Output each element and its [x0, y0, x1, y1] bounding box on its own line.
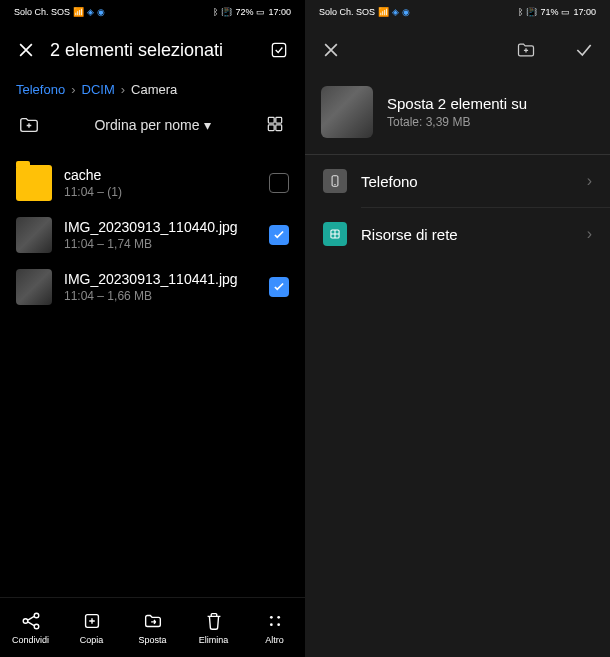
share-icon [20, 610, 42, 632]
bluetooth-icon: ᛒ [213, 7, 218, 17]
breadcrumb: Telefono › DCIM › Camera [0, 76, 305, 103]
breadcrumb-link[interactable]: Telefono [16, 82, 65, 97]
battery-icon: ▭ [256, 7, 265, 17]
signal-icon: 📶 [73, 7, 84, 17]
bottom-label: Sposta [138, 635, 166, 645]
folder-icon [16, 165, 52, 201]
file-list: cache 11:04 – (1) IMG_20230913_110440.jp… [0, 147, 305, 313]
select-all-button[interactable] [269, 40, 289, 60]
list-item[interactable]: IMG_20230913_110441.jpg 11:04 – 1,66 MB [0, 261, 305, 313]
bottom-action-bar: Condividi Copia Sposta Elimina Altro [0, 597, 305, 657]
checkbox[interactable] [269, 173, 289, 193]
breadcrumb-current: Camera [131, 82, 177, 97]
header-bar: 2 elementi selezionati [0, 24, 305, 76]
battery-pct: 71% [540, 7, 558, 17]
grid-view-button[interactable] [265, 114, 287, 136]
list-item[interactable]: cache 11:04 – (1) [0, 157, 305, 209]
notif-icon: ◉ [97, 7, 105, 17]
bottom-label: Copia [80, 635, 104, 645]
confirm-button[interactable] [574, 40, 594, 60]
wifi-icon: ◈ [87, 7, 94, 17]
status-bar: Solo Ch. SOS 📶 ◈ ◉ ᛒ 📳 71% ▭ 17:00 [305, 0, 610, 24]
toolbar: Ordina per nome ▾ [0, 103, 305, 147]
chevron-right-icon: › [587, 225, 592, 243]
wifi-icon: ◈ [392, 7, 399, 17]
bottom-label: Elimina [199, 635, 229, 645]
copy-button[interactable]: Copia [61, 598, 122, 657]
network-icon [323, 222, 347, 246]
svg-point-6 [34, 613, 39, 618]
close-button[interactable] [321, 40, 341, 60]
time-text: 17:00 [268, 7, 291, 17]
move-button[interactable]: Sposta [122, 598, 183, 657]
share-button[interactable]: Condividi [0, 598, 61, 657]
bottom-label: Altro [265, 635, 284, 645]
bottom-label: Condividi [12, 635, 49, 645]
move-subtitle: Totale: 3,39 MB [387, 115, 527, 129]
battery-pct: 72% [235, 7, 253, 17]
file-name: IMG_20230913_110440.jpg [64, 219, 257, 235]
carrier-text: Solo Ch. SOS [14, 7, 70, 17]
new-folder-button[interactable] [18, 114, 40, 136]
chevron-right-icon: › [121, 82, 125, 97]
close-button[interactable] [16, 40, 36, 60]
delete-button[interactable]: Elimina [183, 598, 244, 657]
breadcrumb-link[interactable]: DCIM [82, 82, 115, 97]
svg-rect-3 [268, 125, 274, 131]
vibrate-icon: 📳 [526, 7, 537, 17]
file-meta: 11:04 – 1,74 MB [64, 237, 257, 251]
bluetooth-icon: ᛒ [518, 7, 523, 17]
destination-label: Risorse di rete [361, 226, 573, 243]
svg-point-10 [277, 616, 280, 619]
battery-icon: ▭ [561, 7, 570, 17]
file-name: cache [64, 167, 257, 183]
file-name: IMG_20230913_110441.jpg [64, 271, 257, 287]
image-thumbnail [16, 217, 52, 253]
svg-rect-0 [272, 43, 285, 56]
preview-thumbnail [321, 86, 373, 138]
phone-icon [323, 169, 347, 193]
more-icon [264, 610, 286, 632]
copy-icon [81, 610, 103, 632]
svg-rect-2 [276, 117, 282, 123]
destination-item-network[interactable]: Risorse di rete › [305, 208, 610, 260]
page-title: 2 elementi selezionati [50, 40, 223, 61]
chevron-down-icon: ▾ [204, 117, 211, 133]
svg-rect-1 [268, 117, 274, 123]
destination-label: Telefono [361, 173, 573, 190]
vibrate-icon: 📳 [221, 7, 232, 17]
status-bar: Solo Ch. SOS 📶 ◈ ◉ ᛒ 📳 72% ▭ 17:00 [0, 0, 305, 24]
list-item[interactable]: IMG_20230913_110440.jpg 11:04 – 1,74 MB [0, 209, 305, 261]
svg-rect-4 [276, 125, 282, 131]
checkbox-checked[interactable] [269, 225, 289, 245]
sort-button[interactable]: Ordina per nome ▾ [48, 117, 257, 133]
file-manager-selection-view: Solo Ch. SOS 📶 ◈ ◉ ᛒ 📳 72% ▭ 17:00 2 ele… [0, 0, 305, 657]
more-button[interactable]: Altro [244, 598, 305, 657]
move-destination-panel: Solo Ch. SOS 📶 ◈ ◉ ᛒ 📳 71% ▭ 17:00 Spost [305, 0, 610, 657]
svg-point-5 [23, 619, 28, 624]
svg-point-11 [269, 623, 272, 626]
file-meta: 11:04 – 1,66 MB [64, 289, 257, 303]
chevron-right-icon: › [587, 172, 592, 190]
destination-item-phone[interactable]: Telefono › [305, 155, 610, 207]
svg-point-7 [34, 624, 39, 629]
image-thumbnail [16, 269, 52, 305]
move-title: Sposta 2 elementi su [387, 95, 527, 112]
svg-point-9 [269, 616, 272, 619]
svg-point-12 [277, 623, 280, 626]
file-meta: 11:04 – (1) [64, 185, 257, 199]
time-text: 17:00 [573, 7, 596, 17]
move-summary: Sposta 2 elementi su Totale: 3,39 MB [305, 76, 610, 154]
carrier-text: Solo Ch. SOS [319, 7, 375, 17]
chevron-right-icon: › [71, 82, 75, 97]
checkbox-checked[interactable] [269, 277, 289, 297]
new-folder-button[interactable] [516, 40, 536, 60]
move-icon [142, 610, 164, 632]
trash-icon [203, 610, 225, 632]
notif-icon: ◉ [402, 7, 410, 17]
panel-header [305, 24, 610, 76]
signal-icon: 📶 [378, 7, 389, 17]
sort-label: Ordina per nome [94, 117, 199, 133]
